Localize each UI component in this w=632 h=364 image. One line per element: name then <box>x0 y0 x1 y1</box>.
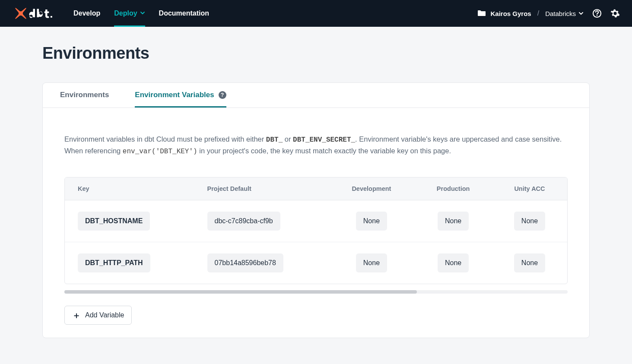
org-selector[interactable]: Kairos Gyros <box>477 9 531 18</box>
var-prod[interactable]: None <box>438 253 469 272</box>
intro-prefix1: DBT_ <box>266 136 283 144</box>
intro-code: env_var('DBT_KEY') <box>123 148 197 155</box>
chevron-down-icon <box>578 10 584 17</box>
folder-icon <box>477 9 486 18</box>
intro-part2: or <box>283 135 293 143</box>
env-var-table-wrap: Key Project Default Development Producti… <box>64 177 568 284</box>
var-dev[interactable]: None <box>356 253 387 272</box>
plus-icon: ＋ <box>72 311 81 320</box>
intro-prefix2: DBT_ENV_SECRET_ <box>293 136 355 144</box>
breadcrumb-divider: / <box>537 9 539 17</box>
col-default: Project Default <box>194 177 329 200</box>
table-header-row: Key Project Default Development Producti… <box>65 177 567 200</box>
org-name: Kairos Gyros <box>490 10 531 17</box>
nav-links: Develop Deploy Documentation <box>73 0 209 27</box>
var-default[interactable]: 07bb14a8596beb78 <box>207 253 283 272</box>
tab-environments[interactable]: Environments <box>60 83 109 108</box>
var-key[interactable]: DBT_HOSTNAME <box>78 212 150 231</box>
tab-env-vars-label: Environment Variables <box>135 91 214 99</box>
environments-card: Environments Environment Variables ? Env… <box>42 82 590 338</box>
nav-deploy[interactable]: Deploy <box>114 0 145 27</box>
var-default[interactable]: dbc-c7c89cba-cf9b <box>207 212 280 231</box>
chevron-down-icon <box>140 9 145 17</box>
add-variable-button[interactable]: ＋ Add Variable <box>64 306 132 325</box>
table-row[interactable]: DBT_HOSTNAME dbc-c7c89cba-cf9b None None… <box>65 200 567 242</box>
var-dev[interactable]: None <box>356 212 387 231</box>
project-selector[interactable]: Databricks <box>545 10 584 17</box>
nav-right: Kairos Gyros / Databricks <box>477 9 620 18</box>
project-name: Databricks <box>545 10 576 17</box>
page-content: Environments Environments Environment Va… <box>0 27 632 338</box>
var-key[interactable]: DBT_HTTP_PATH <box>78 253 150 272</box>
nav-deploy-label: Deploy <box>114 9 137 17</box>
col-unity: Unity ACC <box>492 177 567 200</box>
svg-rect-1 <box>51 16 52 18</box>
table-row[interactable]: DBT_HTTP_PATH 07bb14a8596beb78 None None… <box>65 242 567 284</box>
nav-develop[interactable]: Develop <box>73 0 100 27</box>
var-unity[interactable]: None <box>514 212 545 231</box>
intro-part4: in your project's code, the key must mat… <box>197 147 451 155</box>
card-body: Environment variables in dbt Cloud must … <box>43 108 589 338</box>
intro-text: Environment variables in dbt Cloud must … <box>64 134 568 157</box>
tabs: Environments Environment Variables ? <box>43 83 589 108</box>
page-title: Environments <box>42 44 590 63</box>
dbt-logo[interactable] <box>12 7 55 20</box>
svg-point-0 <box>20 13 22 15</box>
intro-part1: Environment variables in dbt Cloud must … <box>64 135 266 143</box>
scrollbar-thumb[interactable] <box>64 290 417 294</box>
help-icon[interactable] <box>592 9 602 18</box>
svg-point-3 <box>597 15 597 16</box>
col-dev: Development <box>329 177 415 200</box>
tab-environment-variables[interactable]: Environment Variables ? <box>135 83 226 108</box>
add-variable-label: Add Variable <box>85 311 124 319</box>
gear-icon[interactable] <box>610 9 620 18</box>
col-prod: Production <box>414 177 492 200</box>
col-key: Key <box>65 177 194 200</box>
help-circle-icon[interactable]: ? <box>219 91 226 99</box>
horizontal-scrollbar[interactable] <box>64 290 568 294</box>
nav-documentation[interactable]: Documentation <box>159 0 209 27</box>
var-unity[interactable]: None <box>514 253 545 272</box>
top-nav: Develop Deploy Documentation Kairos Gyro… <box>0 0 632 27</box>
env-var-table: Key Project Default Development Producti… <box>65 177 567 284</box>
var-prod[interactable]: None <box>438 212 469 231</box>
